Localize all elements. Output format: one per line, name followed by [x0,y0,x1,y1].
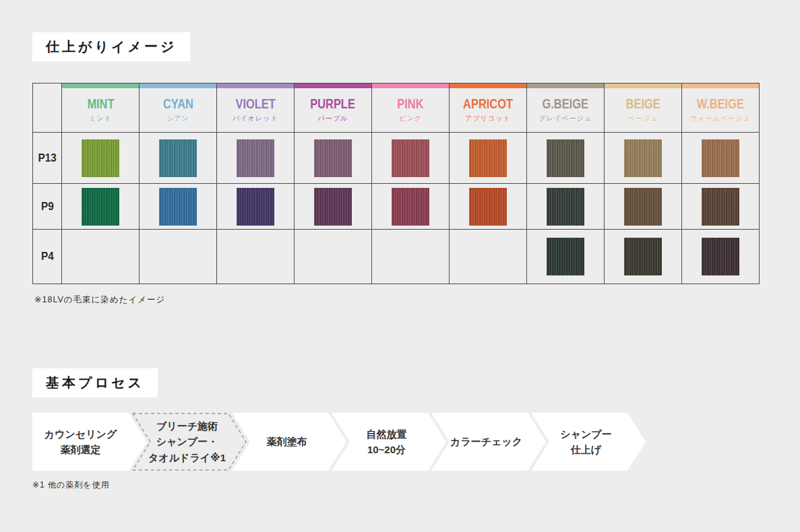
step-label: シャンプー・ [156,434,218,449]
swatch-cell [527,133,605,184]
finish-section-title: 仕上がりイメージ [32,32,190,61]
row-label-p9: P9 [33,184,62,230]
hair-swatch-violet-p9 [237,188,274,226]
table-corner-cell [33,84,62,133]
row-label-p4: P4 [33,230,62,284]
hair-swatch-violet-p13 [237,139,274,177]
color-name-jp: ベージュ [628,114,658,123]
color-name: VIOLET [235,96,275,112]
column-header-gbeige: G.BEIGE グレイベージュ [527,84,605,133]
color-name: BEIGE [625,96,660,112]
process-step-2: ブリーチ施術 シャンプー・ タオルドライ※1 [132,413,247,471]
accent-bar [295,84,371,88]
process-step-5: カラーチェック [431,413,546,471]
step-label: 薬剤塗布 [267,434,307,449]
swatch-cell [450,133,527,184]
swatch-cell [450,230,527,284]
color-name-jp: アプリコット [465,114,510,123]
finish-footnote: ※18LVの毛束に染めたイメージ [34,294,165,306]
color-name: APRICOT [463,96,513,112]
hair-swatch-cyan-p13 [159,139,197,177]
hair-swatch-beige-p13 [624,139,662,177]
color-name-jp: バイオレット [233,114,278,123]
step-label: カラーチェック [450,434,522,449]
color-name-jp: ピンク [399,114,422,123]
swatch-cell [217,133,295,184]
color-name: PINK [397,96,423,112]
column-header-beige: BEIGE ベージュ [605,84,682,133]
swatch-cell [62,184,140,230]
hair-swatch-gbeige-p13 [547,139,584,177]
color-palette-table: MINT ミント CYAN シアン VIOLET バイオレット PURPLE パ… [32,83,760,284]
swatch-cell [372,230,450,284]
swatch-cell [450,184,527,230]
hair-swatch-cyan-p9 [159,188,197,226]
color-name: CYAN [163,96,193,112]
hair-swatch-gbeige-p9 [547,188,584,226]
process-step-4: 自然放置 10~20分 [332,413,446,471]
process-flow: カウンセリング 薬剤選定 ブリーチ施術 シャンプー・ タオルドライ※1 薬剤塗布… [32,413,646,471]
column-header-violet: VIOLET バイオレット [217,84,295,133]
accent-bar [527,84,604,88]
color-name-jp: シアン [166,114,189,123]
accent-bar [62,84,139,88]
color-name-jp: ウォームベージュ [690,114,750,123]
color-name-jp: ミント [89,114,112,123]
process-step-6: シャンプー 仕上げ [531,413,646,471]
swatch-cell [62,230,140,284]
swatch-cell [682,133,760,184]
hair-swatch-apricot-p13 [469,139,507,177]
swatch-cell [527,230,605,284]
column-header-apricot: APRICOT アプリコット [450,84,527,133]
color-name: G.BEIGE [543,96,588,112]
process-footnote: ※1 他の薬剤を使用 [32,479,110,491]
step-label: ブリーチ施術 [156,418,218,434]
column-header-mint: MINT ミント [62,84,140,133]
hair-swatch-purple-p9 [314,188,352,226]
step-label: 10~20分 [367,442,406,457]
swatch-cell [605,230,682,284]
swatch-cell [140,133,217,184]
swatch-cell [605,184,682,230]
color-name-jp: パープル [318,114,348,123]
hair-swatch-beige-p9 [624,188,662,226]
swatch-cell [140,230,217,284]
swatch-cell [605,133,682,184]
hair-swatch-purple-p13 [314,139,352,177]
process-step-1: カウンセリング 薬剤選定 [32,413,147,471]
row-label-p13: P13 [33,133,62,184]
accent-bar [682,84,759,88]
swatch-cell [372,133,450,184]
swatch-cell [682,230,760,284]
swatch-cell [140,184,217,230]
step-label: タオルドライ※1 [148,450,226,465]
hair-swatch-apricot-p9 [469,188,507,226]
swatch-cell [217,230,295,284]
process-section-title: 基本プロセス [32,368,158,397]
step-label: 自然放置 [367,426,407,442]
color-name: W.BEIGE [697,96,744,112]
swatch-cell [295,184,372,230]
process-step-3: 薬剤塗布 [232,413,346,471]
accent-bar [217,84,294,88]
hair-swatch-gbeige-p4 [547,238,584,275]
step-label: 薬剤選定 [61,442,101,457]
column-header-cyan: CYAN シアン [140,84,217,133]
swatch-cell [295,230,372,284]
hair-swatch-pink-p13 [392,139,429,177]
color-name: PURPLE [311,96,356,112]
step-label: シャンプー [560,426,611,442]
accent-bar [450,84,526,88]
accent-bar [372,84,449,88]
swatch-cell [527,184,605,230]
step-label: カウンセリング [44,426,117,442]
color-name: MINT [87,96,114,112]
swatch-cell [372,184,450,230]
swatch-cell [217,184,295,230]
column-header-pink: PINK ピンク [372,84,450,133]
accent-bar [140,84,216,88]
hair-swatch-wbeige-p13 [702,139,739,177]
color-name-jp: グレイベージュ [539,114,592,123]
hair-swatch-beige-p4 [624,238,662,275]
hair-swatch-pink-p9 [392,188,429,226]
